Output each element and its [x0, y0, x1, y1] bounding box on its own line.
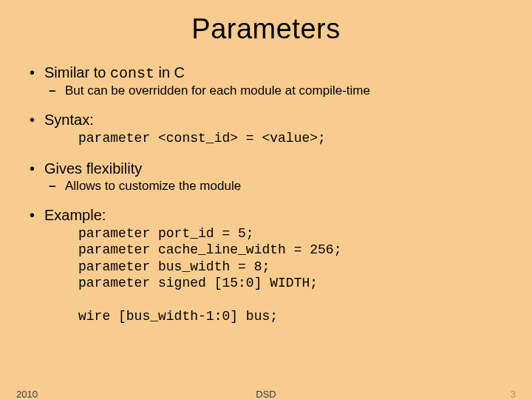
footer-mid: DSD: [0, 389, 532, 399]
sub-bullet-overridden: But can be overridden for each module at…: [44, 83, 508, 98]
slide-title: Parameters: [24, 13, 508, 45]
sub-bullet-customize: Allows to customize the module: [44, 179, 508, 194]
bullet-syntax-label: Syntax:: [44, 112, 94, 128]
bullet-text-post: in C: [154, 64, 185, 81]
bullet-syntax: Syntax: parameter <const_id> = <value>;: [24, 112, 508, 147]
bullet-example-label: Example:: [44, 207, 106, 223]
sub-bullet-list: But can be overridden for each module at…: [44, 83, 508, 98]
footer-page-number: 3: [511, 389, 516, 399]
bullet-text-pre: Similar to: [44, 64, 110, 81]
code-syntax: parameter <const_id> = <value>;: [78, 130, 508, 147]
bullet-example: Example: parameter port_id = 5; paramete…: [24, 207, 508, 325]
sub-bullet-list-2: Allows to customize the module: [44, 179, 508, 194]
bullet-flexibility-label: Gives flexibility: [44, 160, 142, 177]
code-example: parameter port_id = 5; parameter cache_l…: [78, 225, 508, 325]
slide: Parameters Similar to const in C But can…: [0, 0, 532, 399]
bullet-flexibility: Gives flexibility Allows to customize th…: [24, 160, 508, 194]
bullet-list: Similar to const in C But can be overrid…: [24, 64, 508, 325]
bullet-similar-const: Similar to const in C But can be overrid…: [24, 64, 508, 98]
bullet-text-code: const: [110, 65, 154, 82]
